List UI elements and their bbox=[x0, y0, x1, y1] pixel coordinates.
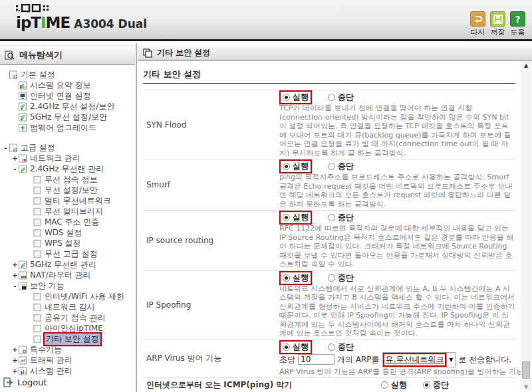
radio-row: 실행중단 bbox=[279, 92, 515, 103]
sidebar-item[interactable]: 5GHz 무선 설정/보안 bbox=[0, 112, 134, 122]
sidebar-item[interactable]: 인터넷/WiFi 사용 제한 bbox=[0, 291, 134, 302]
menu-item-label: 네트워크 감시 bbox=[43, 302, 96, 313]
sidebar-item[interactable]: 시스템 요약 정보 bbox=[0, 80, 134, 90]
stop-option[interactable]: 중단 bbox=[328, 342, 354, 353]
page-icon bbox=[33, 175, 43, 184]
menu-item-label: 보안 기능 bbox=[29, 280, 66, 292]
page-icon bbox=[33, 335, 43, 343]
sidebar-item[interactable]: +시스템 관리 bbox=[0, 365, 134, 376]
run-option[interactable]: 실행 bbox=[283, 212, 309, 223]
menu-item-label: 시스템 요약 정보 bbox=[29, 80, 92, 91]
page-titlebar: 기타 보안 설정 bbox=[138, 45, 532, 61]
folder-bars-icon bbox=[18, 367, 29, 375]
run-option[interactable]: 실행 bbox=[283, 272, 309, 284]
expand-toggle[interactable]: + bbox=[12, 346, 18, 353]
stop-option-radio[interactable] bbox=[328, 163, 335, 170]
sidebar-item[interactable]: +트래픽 관리 bbox=[0, 355, 134, 365]
stop-option-radio[interactable] bbox=[328, 274, 335, 282]
run-option-radio[interactable] bbox=[283, 214, 290, 221]
sidebar-item[interactable]: 멀티 무선네트워크 bbox=[0, 195, 134, 206]
sidebar-item[interactable]: -2.4GHz 무선랜 관리 bbox=[0, 163, 134, 174]
stop-option[interactable]: 중단 bbox=[328, 92, 354, 103]
sidebar-item[interactable]: 무선 접속 정보 bbox=[0, 174, 134, 185]
sidebar-item[interactable]: 기본 설정 bbox=[0, 69, 134, 80]
sidebar-item[interactable]: 무선 멀티브리지 bbox=[0, 206, 134, 217]
stop-option-label: 중단 bbox=[338, 342, 354, 353]
setting-label: SYN Flood bbox=[143, 90, 279, 159]
setting-body: 실행중단TCP가 데이터를 보내기 전에 연결을 맺어야 하는 연결 지향(co… bbox=[279, 90, 515, 159]
expand-toggle[interactable]: + bbox=[12, 261, 18, 268]
setting-body: 실행중단ping의 목적지주소를 브로드캐스트 주소로 사용하는 공격방식. S… bbox=[279, 159, 515, 210]
sidebar-item[interactable]: WPS 설정 bbox=[0, 238, 134, 248]
setting-description: TCP가 데이터를 보내기 전에 연결을 맺어야 하는 연결 지향(connec… bbox=[279, 104, 515, 157]
stop-option[interactable]: 중단 bbox=[423, 379, 449, 391]
run-option[interactable]: 실행 bbox=[283, 92, 309, 103]
sidebar-item[interactable]: 무선 고급 설정 bbox=[0, 248, 134, 259]
expand-toggle[interactable]: - bbox=[12, 282, 18, 290]
menu-item-label: 2.4GHz 무선 설정/보안 bbox=[29, 101, 116, 112]
chevron-down-icon[interactable]: ▼ bbox=[446, 353, 455, 367]
refresh-label: 다시 bbox=[471, 27, 485, 37]
expand-toggle[interactable]: - bbox=[12, 165, 18, 173]
run-option-radio[interactable] bbox=[283, 343, 290, 351]
sidebar-item[interactable]: +네트워크 관리 bbox=[0, 153, 134, 163]
run-option-radio[interactable] bbox=[381, 381, 388, 389]
run-option-label: 실행 bbox=[293, 92, 309, 103]
stop-option[interactable]: 중단 bbox=[328, 161, 354, 172]
folder-gear-icon bbox=[9, 70, 19, 79]
stop-option-radio[interactable] bbox=[328, 94, 335, 101]
expand-toggle[interactable]: + bbox=[12, 272, 18, 279]
sidebar-item[interactable]: -고급 설정 bbox=[0, 142, 134, 153]
run-option[interactable]: 실행 bbox=[381, 379, 407, 391]
expand-toggle[interactable]: + bbox=[12, 367, 18, 375]
sidebar-item[interactable]: 펌웨어 업그레이드 bbox=[0, 122, 134, 133]
page-icon bbox=[33, 186, 43, 195]
arp-count-input[interactable] bbox=[298, 354, 334, 365]
help-button[interactable]: ?도움 bbox=[510, 11, 525, 37]
run-option[interactable]: 실행 bbox=[283, 161, 309, 172]
arp-mid: 개의 ARP를 bbox=[337, 354, 380, 365]
setting-description: RFC 1122에 따르면 목적지의 경로에 대한 세부적인 내용을 담고 있는… bbox=[279, 224, 515, 269]
sidebar-item[interactable]: 인터넷 연결 설정 bbox=[0, 90, 134, 101]
stop-option[interactable]: 중단 bbox=[328, 212, 354, 223]
setting-section-arp: ARP Virus 방어 기능실행중단초당개의 ARP를유.무선네트워크▼로 전… bbox=[143, 340, 515, 379]
scroll-up-arrow[interactable]: ▲ bbox=[521, 62, 531, 68]
arp-target-select[interactable]: 유.무선네트워크▼ bbox=[382, 352, 456, 367]
expand-toggle[interactable]: + bbox=[12, 357, 18, 364]
stop-option-radio[interactable] bbox=[423, 381, 430, 389]
expand-toggle[interactable]: + bbox=[12, 155, 18, 162]
page-icon bbox=[33, 229, 43, 237]
sidebar-item[interactable]: MAC 주소 인증 bbox=[0, 217, 134, 227]
stop-option-label: 중단 bbox=[338, 92, 354, 103]
logout-button[interactable]: Logout bbox=[3, 377, 47, 387]
expand-toggle[interactable]: - bbox=[3, 144, 9, 151]
sidebar-item[interactable]: -보안 기능 bbox=[0, 280, 134, 291]
stop-option[interactable]: 중단 bbox=[328, 272, 354, 284]
refresh-button[interactable]: 다시 bbox=[470, 11, 485, 37]
sidebar-item-etc-security-selected[interactable]: 기타 보안 설정 bbox=[0, 334, 134, 344]
menu-item-label: WDS 설정 bbox=[43, 227, 84, 239]
run-option-radio[interactable] bbox=[283, 94, 290, 101]
page-icon bbox=[33, 324, 43, 333]
sidebar-item[interactable]: WDS 설정 bbox=[0, 227, 134, 238]
run-option-radio[interactable] bbox=[283, 163, 290, 170]
stop-option-radio[interactable] bbox=[328, 343, 335, 351]
page-icon bbox=[33, 239, 43, 248]
sidebar-item[interactable]: 공유기 접속 관리 bbox=[0, 312, 134, 323]
sidebar-item[interactable]: +5GHz 무선랜 관리 bbox=[0, 259, 134, 270]
scroll-thumb[interactable] bbox=[522, 361, 530, 379]
setting-description: ARP Virus 방어 기능은 ARP를 통한 공격(ARP snoofing… bbox=[279, 367, 521, 377]
run-option[interactable]: 실행 bbox=[283, 342, 309, 353]
save-button[interactable]: 저장 bbox=[490, 11, 505, 37]
menu-item-label: 특수기능 bbox=[29, 344, 63, 355]
scroll-down-arrow[interactable]: ▼ bbox=[521, 384, 531, 390]
run-option-radio[interactable] bbox=[283, 274, 290, 282]
scrollbar[interactable]: ▲ ▼ bbox=[521, 61, 531, 391]
run-option-label: 실행 bbox=[391, 379, 407, 391]
sidebar-item[interactable]: 네트워크 감시 bbox=[0, 302, 134, 312]
stop-option-radio[interactable] bbox=[328, 214, 335, 221]
setting-body: 실행중단초당개의 ARP를유.무선네트워크▼로 전송합니다.ARP Virus … bbox=[279, 340, 521, 378]
sidebar-item[interactable]: 2.4GHz 무선 설정/보안 bbox=[0, 101, 134, 112]
sidebar-item[interactable]: 무선 설정/보안 bbox=[0, 185, 134, 195]
sidebar-item[interactable]: +NAT/라우터 관리 bbox=[0, 270, 134, 280]
